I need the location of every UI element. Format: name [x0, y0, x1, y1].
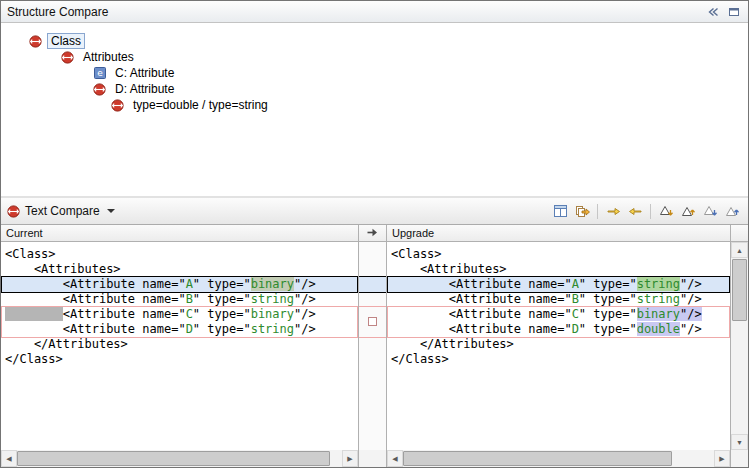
minimize-icon[interactable] — [704, 4, 721, 20]
horizontal-scroll-row: ◀ ▶ ◀ ▶ — [1, 450, 748, 467]
copy-all-nonconflicting-icon[interactable] — [572, 201, 592, 221]
tree-item-label: C: Attribute — [111, 65, 178, 81]
code-line: <Attribute name="D" type="string"/> — [1, 322, 358, 337]
tree-item-label: Attributes — [79, 49, 138, 65]
structure-compare-panel: Structure Compare ClassAttributeseC: Att… — [1, 1, 748, 196]
scroll-down-arrow-icon[interactable]: ▼ — [731, 434, 748, 450]
tree-item-label: type=double / type=string — [129, 97, 272, 113]
vertical-scroll-thumb[interactable] — [732, 259, 747, 321]
compare-body: <Class> <Attributes> <Attribute name="A"… — [1, 242, 748, 450]
toolbar-separator — [650, 204, 651, 219]
previous-difference-icon[interactable] — [678, 201, 698, 221]
structure-tree: ClassAttributeseC: AttributeD: Attribute… — [1, 23, 748, 196]
tree-item-class[interactable]: Class — [1, 33, 748, 49]
right-horizontal-scrollbar[interactable]: ◀ ▶ — [387, 450, 731, 467]
code-line: <Attribute name="B" type="string"/> — [1, 292, 358, 307]
structure-compare-title: Structure Compare — [7, 5, 108, 19]
pane-headers-row: Current Upgrade — [1, 225, 748, 242]
toolbar-separator — [597, 204, 598, 219]
conflict-change-icon — [61, 51, 74, 64]
header-filler — [731, 225, 748, 242]
code-line: <Attribute name="D" type="double"/> — [387, 322, 730, 337]
next-difference-icon[interactable] — [656, 201, 676, 221]
code-line: <Attribute name="A" type="string"/> — [387, 277, 730, 292]
code-line: </Class> — [1, 352, 358, 367]
code-line: <Attributes> — [387, 262, 730, 277]
copy-all-left-to-right-icon[interactable] — [603, 201, 623, 221]
right-pane-title: Upgrade — [392, 227, 434, 239]
element-icon: e — [93, 67, 106, 80]
scroll-up-arrow-icon[interactable]: ▲ — [731, 242, 748, 258]
right-pane-header: Upgrade — [387, 225, 731, 242]
text-compare-panel: Text Compare Current Upgrade <Class> <At… — [1, 198, 748, 467]
tree-item-label: Class — [47, 33, 85, 49]
code-line: </Attributes> — [387, 337, 730, 352]
left-horizontal-scrollbar[interactable]: ◀ ▶ — [1, 450, 359, 467]
code-line: <Attributes> — [1, 262, 358, 277]
change-handle[interactable] — [368, 317, 377, 326]
text-compare-header: Text Compare — [1, 198, 748, 225]
compare-toolbar — [550, 201, 742, 221]
code-line: <Attribute name="A" type="binary"/> — [1, 277, 358, 292]
left-pane-title: Current — [6, 227, 43, 239]
conflict-change-icon — [29, 35, 42, 48]
gutter-header — [359, 225, 387, 242]
scroll-right-arrow-icon[interactable]: ▶ — [342, 450, 358, 467]
direction-arrow-icon — [366, 227, 379, 240]
right-code-pane[interactable]: <Class> <Attributes> <Attribute name="A"… — [387, 242, 731, 450]
scroll-left-arrow-icon[interactable]: ◀ — [387, 450, 403, 467]
right-horizontal-scroll-thumb[interactable] — [403, 451, 672, 466]
code-line: <Attribute name="C" type="binary"/> — [387, 307, 730, 322]
text-compare-title: Text Compare — [25, 204, 100, 218]
maximize-icon[interactable] — [725, 4, 742, 20]
tree-item-d-attribute[interactable]: D: Attribute — [1, 81, 748, 97]
conflict-change-icon — [93, 83, 106, 96]
scroll-gap — [359, 450, 387, 467]
structure-compare-header: Structure Compare — [1, 1, 748, 23]
code-line: </Class> — [387, 352, 730, 367]
conflict-change-icon — [7, 205, 20, 218]
dropdown-caret-icon[interactable] — [107, 209, 115, 213]
previous-change-icon[interactable] — [722, 201, 742, 221]
next-change-icon[interactable] — [700, 201, 720, 221]
copy-all-right-to-left-icon[interactable] — [625, 201, 645, 221]
conflict-change-icon — [111, 99, 124, 112]
svg-text:e: e — [97, 68, 103, 78]
tree-item-label: D: Attribute — [111, 81, 178, 97]
selected-diff-connector — [359, 276, 386, 293]
code-line: </Attributes> — [1, 337, 358, 352]
code-line: <Attribute name="C" type="binary"/> — [1, 307, 358, 322]
left-pane-header: Current — [1, 225, 359, 242]
code-line: <Attribute name="B" type="string"/> — [387, 292, 730, 307]
conflict-connector-top — [359, 306, 386, 307]
left-horizontal-scroll-thumb[interactable] — [17, 451, 330, 466]
left-code-pane[interactable]: <Class> <Attributes> <Attribute name="A"… — [1, 242, 359, 450]
conflict-connector-bottom — [359, 337, 386, 338]
structure-header-icons — [704, 4, 742, 20]
ancestor-pane-icon[interactable] — [550, 201, 570, 221]
scrollbar-corner — [731, 450, 748, 467]
code-line: <Class> — [1, 247, 358, 262]
code-line: <Class> — [387, 247, 730, 262]
scroll-right-arrow-icon[interactable]: ▶ — [714, 450, 730, 467]
tree-item-type-double-type-string[interactable]: type=double / type=string — [1, 97, 748, 113]
compare-editor-window: Structure Compare ClassAttributeseC: Att… — [0, 0, 749, 468]
tree-item-attributes[interactable]: Attributes — [1, 49, 748, 65]
diff-gutter — [359, 242, 387, 450]
scroll-left-arrow-icon[interactable]: ◀ — [1, 450, 17, 467]
vertical-scrollbar[interactable]: ▲ ▼ — [731, 242, 748, 450]
tree-item-c-attribute[interactable]: eC: Attribute — [1, 65, 748, 81]
